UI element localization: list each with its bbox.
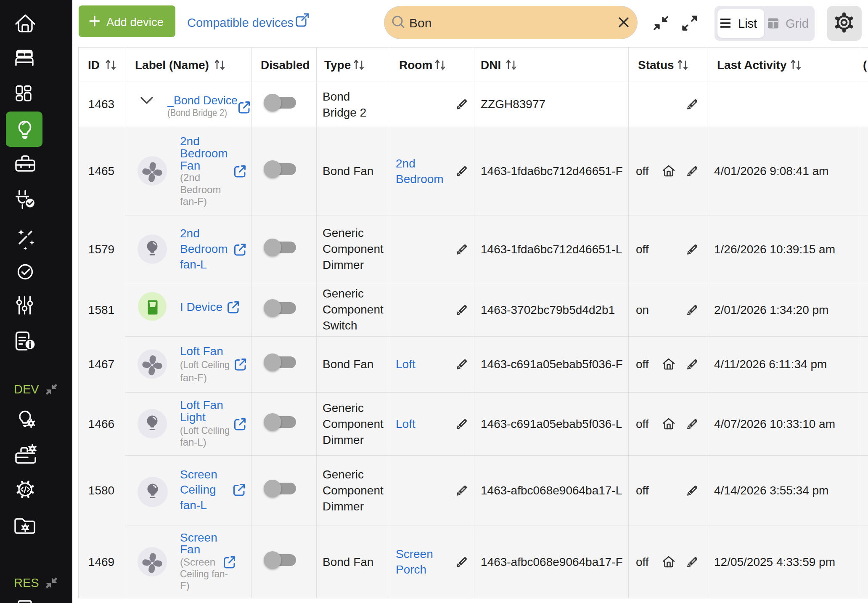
svg-text:2/01/2026 1:34:20 pm: 2/01/2026 1:34:20 pm <box>714 303 828 316</box>
svg-text:Bon: Bon <box>409 16 431 30</box>
svg-text:Component: Component <box>323 484 384 497</box>
svg-text:Last Activity: Last Activity <box>717 58 787 72</box>
svg-text:1463-afbc068e9064ba17-F: 1463-afbc068e9064ba17-F <box>481 555 623 568</box>
svg-text:Screen: Screen <box>180 468 217 481</box>
svg-text:(Screen: (Screen <box>180 556 215 568</box>
svg-text:fan-L: fan-L <box>180 499 207 512</box>
svg-text:Type: Type <box>324 58 351 72</box>
svg-text:1463-3702bc79b5d4d2b1: 1463-3702bc79b5d4d2b1 <box>481 303 615 316</box>
svg-text:12/05/2025 4:33:59 pm: 12/05/2025 4:33:59 pm <box>714 555 835 568</box>
svg-text:Loft: Loft <box>396 358 415 371</box>
svg-text:2nd: 2nd <box>180 227 200 240</box>
svg-text:DNI: DNI <box>481 58 501 72</box>
svg-text:4/07/2026 10:33:10 am: 4/07/2026 10:33:10 am <box>714 417 835 430</box>
svg-text:Dimmer: Dimmer <box>323 500 364 513</box>
svg-text:F): F) <box>180 580 190 591</box>
svg-text:Component: Component <box>323 303 384 316</box>
svg-text:Porch: Porch <box>396 563 426 576</box>
svg-text:(Loft Ceiling: (Loft Ceiling <box>180 425 230 436</box>
svg-text:on: on <box>636 303 649 316</box>
svg-text:I Device: I Device <box>180 300 222 313</box>
svg-text:off: off <box>636 417 649 430</box>
svg-text:Bond Fan: Bond Fan <box>323 165 373 178</box>
svg-text:Bond: Bond <box>323 90 350 103</box>
svg-text:Bridge 2: Bridge 2 <box>323 106 366 119</box>
svg-text:Screen: Screen <box>396 547 433 560</box>
svg-text:4/11/2026 6:11:34 pm: 4/11/2026 6:11:34 pm <box>714 358 827 371</box>
svg-text:Ceiling: Ceiling <box>180 483 216 496</box>
svg-text:4/14/2026 3:55:34 pm: 4/14/2026 3:55:34 pm <box>714 484 828 497</box>
svg-text:Component: Component <box>323 242 384 255</box>
svg-text:(2nd: (2nd <box>180 172 200 183</box>
svg-text:Ceiling fan-: Ceiling fan- <box>180 568 228 579</box>
svg-text:ZZGH83977: ZZGH83977 <box>481 98 545 111</box>
svg-text:Generic: Generic <box>323 226 364 239</box>
svg-text:Bedroom: Bedroom <box>180 147 228 160</box>
svg-text:Generic: Generic <box>323 468 364 481</box>
svg-text:Bedroom: Bedroom <box>180 184 221 195</box>
svg-text:_Bond Device: _Bond Device <box>167 94 238 107</box>
svg-text:Bedroom: Bedroom <box>180 242 228 255</box>
svg-text:Fan: Fan <box>180 159 200 172</box>
svg-text:4/01/2026 9:08:41 am: 4/01/2026 9:08:41 am <box>714 165 828 178</box>
svg-text:Dimmer: Dimmer <box>323 258 364 271</box>
svg-text:Room: Room <box>399 58 432 72</box>
svg-text:Bedroom: Bedroom <box>396 173 444 186</box>
svg-text:(Loft Ceiling: (Loft Ceiling <box>180 359 230 370</box>
svg-text:Generic: Generic <box>323 401 364 414</box>
svg-text:Bond Fan: Bond Fan <box>323 358 373 371</box>
svg-text:Bond Fan: Bond Fan <box>323 555 373 568</box>
svg-text:Add device: Add device <box>106 16 164 29</box>
svg-text:off: off <box>636 555 649 568</box>
svg-text:Fan: Fan <box>180 543 200 556</box>
svg-text:1469: 1469 <box>88 555 114 568</box>
svg-text:Label (Name): Label (Name) <box>135 58 209 72</box>
svg-text:Screen: Screen <box>180 531 217 544</box>
svg-text:Switch: Switch <box>323 319 357 332</box>
svg-text:2nd: 2nd <box>180 135 200 148</box>
svg-text:Loft: Loft <box>396 417 415 430</box>
svg-text:1463-1fda6bc712d46651-L: 1463-1fda6bc712d46651-L <box>481 243 622 256</box>
svg-text:1580: 1580 <box>88 484 114 497</box>
svg-text:Loft Fan: Loft Fan <box>180 398 223 412</box>
svg-text:1/26/2026 10:39:15 am: 1/26/2026 10:39:15 am <box>714 243 835 256</box>
svg-text:off: off <box>636 243 649 256</box>
svg-text:1465: 1465 <box>88 165 114 178</box>
svg-text:off: off <box>636 484 649 497</box>
svg-text:1463-afbc068e9064ba17-L: 1463-afbc068e9064ba17-L <box>481 484 622 497</box>
svg-text:Dimmer: Dimmer <box>323 433 364 446</box>
svg-text:Light: Light <box>180 411 206 424</box>
svg-text:(Bond Bridge 2): (Bond Bridge 2) <box>167 107 227 118</box>
svg-text:1463: 1463 <box>88 98 114 111</box>
svg-text:1581: 1581 <box>88 303 114 316</box>
svg-text:Disabled: Disabled <box>261 58 310 72</box>
svg-text:(: ( <box>863 58 867 72</box>
svg-text:fan-F): fan-F) <box>180 196 207 207</box>
svg-text:Compatible devices: Compatible devices <box>187 16 294 29</box>
svg-text:off: off <box>636 358 649 371</box>
svg-text:1463-1fda6bc712d46651-F: 1463-1fda6bc712d46651-F <box>481 165 623 178</box>
svg-text:1579: 1579 <box>88 243 114 256</box>
svg-text:fan-F): fan-F) <box>180 372 207 383</box>
svg-text:Status: Status <box>638 58 674 72</box>
svg-text:1466: 1466 <box>88 417 114 430</box>
svg-text:fan-L: fan-L <box>180 258 207 271</box>
svg-text:1463-c691a05ebab5f036-F: 1463-c691a05ebab5f036-F <box>481 358 623 371</box>
svg-text:1463-c691a05ebab5f036-L: 1463-c691a05ebab5f036-L <box>481 417 622 430</box>
svg-text:Grid: Grid <box>786 17 809 30</box>
svg-text:Loft Fan: Loft Fan <box>180 345 223 358</box>
svg-text:off: off <box>636 165 649 178</box>
svg-text:fan-L): fan-L) <box>180 436 206 448</box>
svg-text:1467: 1467 <box>88 358 114 371</box>
svg-text:List: List <box>738 17 757 30</box>
svg-text:ID: ID <box>88 58 100 72</box>
svg-text:Component: Component <box>323 417 384 430</box>
svg-text:2nd: 2nd <box>396 157 415 170</box>
svg-text:Generic: Generic <box>323 287 364 300</box>
